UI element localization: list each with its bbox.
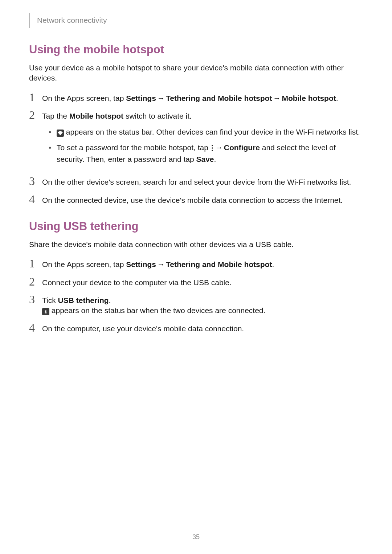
svg-point-1: [212, 147, 213, 149]
document-page: Network connectivity Using the mobile ho…: [0, 0, 392, 334]
step-number: 1: [29, 258, 42, 269]
step-number: 4: [29, 322, 42, 333]
text: Tap the: [42, 112, 69, 120]
sub-bullet: To set a password for the mobile hotspot…: [42, 143, 363, 165]
step-number: 2: [29, 109, 42, 121]
text: Tick: [42, 296, 58, 304]
text: On the other device's screen, search for…: [42, 177, 363, 187]
text: On the Apps screen, tap: [42, 94, 126, 102]
step-1: 1 On the Apps screen, tap Settings→Tethe…: [29, 258, 363, 270]
sub-bullet-list: appears on the status bar. Other devices…: [42, 127, 363, 164]
section-heading-hotspot: Using the mobile hotspot: [29, 43, 363, 56]
text: .: [336, 94, 338, 102]
page-number: 35: [0, 533, 392, 541]
section-intro: Share the device's mobile data connectio…: [29, 239, 363, 250]
mobile-hotspot-label: Mobile hotspot: [282, 94, 336, 102]
step-number: 1: [29, 91, 42, 103]
arrow-icon: →: [272, 94, 282, 102]
text: On the connected device, use the device'…: [42, 195, 363, 205]
step-number: 3: [29, 294, 42, 305]
section-intro: Use your device as a mobile hotspot to s…: [29, 63, 363, 83]
step-body: Tap the Mobile hotspot switch to activat…: [42, 109, 363, 169]
text: On the Apps screen, tap: [42, 260, 126, 268]
text: appears on the status bar when the two d…: [49, 306, 265, 315]
step-body: On the connected device, use the device'…: [42, 193, 363, 205]
step-body: On the other device's screen, search for…: [42, 175, 363, 187]
text: On the computer, use your device's mobil…: [42, 324, 363, 334]
step-body: On the Apps screen, tap Settings→Tetheri…: [42, 258, 363, 270]
text: .: [109, 296, 111, 304]
svg-point-0: [212, 145, 213, 146]
step-body: On the Apps screen, tap Settings→Tetheri…: [42, 91, 363, 103]
step-body: On the computer, use your device's mobil…: [42, 322, 363, 334]
settings-label: Settings: [126, 94, 156, 102]
arrow-icon: →: [156, 260, 166, 268]
step-number: 3: [29, 175, 42, 187]
hotspot-steps: 1 On the Apps screen, tap Settings→Tethe…: [29, 91, 363, 205]
tethering-label: Tethering and Mobile hotspot: [166, 260, 272, 268]
usb-status-icon: [42, 308, 49, 315]
step-3: 3 Tick USB tethering. appears on the sta…: [29, 294, 363, 316]
usb-steps: 1 On the Apps screen, tap Settings→Tethe…: [29, 258, 363, 334]
sub-bullet: appears on the status bar. Other devices…: [42, 127, 363, 137]
mobile-hotspot-label: Mobile hotspot: [69, 112, 123, 120]
save-label: Save: [196, 155, 214, 163]
hotspot-status-icon: [57, 130, 64, 137]
page-header: Network connectivity: [29, 13, 363, 28]
text: appears on the status bar. Other devices…: [64, 128, 360, 136]
step-1: 1 On the Apps screen, tap Settings→Tethe…: [29, 91, 363, 103]
breadcrumb: Network connectivity: [37, 16, 107, 25]
text: switch to activate it.: [123, 112, 192, 120]
configure-label: Configure: [224, 143, 260, 152]
step-body: Tick USB tethering. appears on the statu…: [42, 294, 363, 316]
text: .: [214, 155, 216, 163]
usb-tethering-label: USB tethering: [58, 296, 109, 304]
text: To set a password for the mobile hotspot…: [57, 143, 211, 152]
settings-label: Settings: [126, 260, 156, 268]
section-heading-usb: Using USB tethering: [29, 220, 363, 233]
step-body: Connect your device to the computer via …: [42, 276, 363, 288]
step-2: 2 Tap the Mobile hotspot switch to activ…: [29, 109, 363, 169]
svg-point-2: [212, 150, 213, 151]
arrow-icon: →: [214, 143, 224, 152]
step-number: 2: [29, 276, 42, 287]
more-options-icon: [211, 144, 214, 154]
section-usb-tethering: Using USB tethering Share the device's m…: [29, 220, 363, 334]
text: Connect your device to the computer via …: [42, 278, 363, 288]
step-3: 3 On the other device's screen, search f…: [29, 175, 363, 187]
step-number: 4: [29, 193, 42, 205]
arrow-icon: →: [156, 94, 166, 102]
step-2: 2 Connect your device to the computer vi…: [29, 276, 363, 288]
step-4: 4 On the computer, use your device's mob…: [29, 322, 363, 334]
tethering-label: Tethering and Mobile hotspot: [166, 94, 272, 102]
text: .: [272, 260, 274, 268]
step-4: 4 On the connected device, use the devic…: [29, 193, 363, 205]
